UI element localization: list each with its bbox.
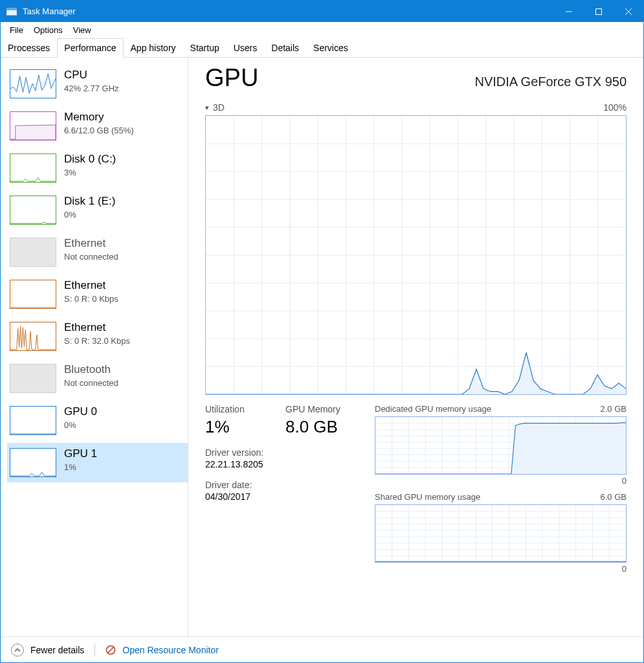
- driver-version-label: Driver version:: [205, 447, 270, 458]
- tab-bar: Processes Performance App history Startu…: [1, 38, 643, 58]
- sidebar-item-sub: 0%: [64, 210, 115, 219]
- sidebar-item-cpu[interactable]: CPU42% 2.77 GHz: [7, 64, 188, 104]
- sidebar-item-label: Memory: [64, 111, 134, 124]
- window-title: Task Manager: [23, 6, 554, 16]
- detail-panel: GPU NVIDIA GeForce GTX 950 ▾ 3D 100% Uti…: [188, 58, 643, 636]
- sidebar-item-sub: Not connected: [64, 378, 118, 388]
- app-icon: [6, 6, 17, 17]
- page-title: GPU: [205, 64, 258, 92]
- minimize-button[interactable]: [554, 1, 584, 22]
- svg-line-74: [107, 647, 114, 653]
- dedicated-max: 2.0 GB: [601, 404, 627, 414]
- tab-performance[interactable]: Performance: [57, 38, 123, 58]
- close-button[interactable]: [614, 1, 643, 22]
- driver-date-label: Driver date:: [205, 480, 270, 490]
- chevron-up-icon: [14, 647, 21, 653]
- gpumem-value: 8.0 GB: [285, 417, 357, 437]
- menu-bar: File Options View: [1, 22, 643, 38]
- tab-details[interactable]: Details: [264, 38, 306, 58]
- menu-view[interactable]: View: [68, 24, 96, 36]
- driver-date-value: 04/30/2017: [205, 491, 270, 502]
- sidebar-item-bluetooth[interactable]: BluetoothNot connected: [7, 359, 188, 398]
- sidebar-item-label: GPU 0: [64, 406, 97, 418]
- svg-rect-1: [6, 8, 17, 10]
- sidebar-item-gpu0[interactable]: GPU 00%: [7, 401, 188, 440]
- sidebar-item-label: GPU 1: [64, 448, 97, 460]
- chevron-down-icon: ▾: [205, 104, 209, 112]
- shared-zero: 0: [375, 564, 627, 574]
- dedicated-chart[interactable]: [375, 416, 627, 475]
- sidebar-item-label: Bluetooth: [64, 364, 118, 376]
- driver-version-value: 22.21.13.8205: [205, 459, 270, 469]
- sidebar-item-label: Disk 1 (E:): [64, 196, 115, 208]
- menu-file[interactable]: File: [5, 24, 28, 36]
- sidebar-item-sub: 6.6/12.0 GB (55%): [64, 126, 134, 135]
- title-bar: Task Manager: [1, 1, 643, 22]
- sidebar-item-disk1[interactable]: Disk 1 (E:)0%: [7, 190, 188, 230]
- footer-bar: Fewer details Open Resource Monitor: [1, 636, 643, 662]
- utilization-label: Utilization: [205, 404, 270, 414]
- sidebar-item-sub: 3%: [64, 168, 116, 177]
- chart-label: 3D: [213, 102, 225, 113]
- tab-users[interactable]: Users: [227, 38, 265, 58]
- shared-label: Shared GPU memory usage: [375, 492, 480, 502]
- tab-processes[interactable]: Processes: [1, 38, 57, 58]
- sidebar-item-label: CPU: [64, 69, 119, 82]
- sidebar-item-label: Ethernet: [64, 280, 118, 292]
- fewer-details-label[interactable]: Fewer details: [30, 645, 84, 655]
- utilization-value: 1%: [205, 417, 270, 437]
- sidebar-item-memory[interactable]: Memory6.6/12.0 GB (55%): [7, 106, 188, 146]
- sidebar-item-gpu1[interactable]: GPU 11%: [7, 443, 188, 482]
- resource-monitor-icon: [105, 645, 116, 655]
- svg-rect-3: [596, 8, 602, 14]
- sidebar-item-label: Ethernet: [64, 322, 130, 334]
- shared-max: 6.0 GB: [601, 492, 627, 502]
- fewer-details-toggle[interactable]: [11, 644, 24, 657]
- tab-startup[interactable]: Startup: [183, 38, 227, 58]
- sidebar-item-label: Disk 0 (C:): [64, 153, 116, 166]
- sidebar-item-ethernet-0[interactable]: EthernetS: 0 R: 0 Kbps: [7, 275, 188, 314]
- sidebar-item-ethernet-32[interactable]: EthernetS: 0 R: 32.0 Kbps: [7, 317, 188, 356]
- sidebar-item-sub: 42% 2.77 GHz: [64, 84, 119, 93]
- tab-app-history[interactable]: App history: [124, 38, 183, 58]
- sidebar-item-label: Ethernet: [64, 238, 118, 250]
- gpu-model: NVIDIA GeForce GTX 950: [474, 74, 627, 89]
- gpumem-label: GPU Memory: [285, 404, 357, 414]
- sidebar-item-sub: 0%: [64, 420, 97, 430]
- dedicated-zero: 0: [375, 476, 627, 486]
- sidebar-item-sub: 1%: [64, 462, 97, 472]
- menu-options[interactable]: Options: [28, 24, 68, 36]
- chart-selector[interactable]: ▾ 3D: [205, 102, 225, 113]
- dedicated-label: Dedicated GPU memory usage: [375, 404, 491, 414]
- maximize-button[interactable]: [584, 1, 614, 22]
- chart-y-max: 100%: [603, 102, 627, 113]
- performance-sidebar: CPU42% 2.77 GHz Memory6.6/12.0 GB (55%) …: [1, 58, 188, 636]
- sidebar-item-sub: Not connected: [64, 252, 118, 262]
- sidebar-item-sub: S: 0 R: 0 Kbps: [64, 294, 118, 304]
- open-resource-monitor-link[interactable]: Open Resource Monitor: [122, 645, 219, 655]
- sidebar-item-ethernet-nc[interactable]: EthernetNot connected: [7, 232, 188, 272]
- separator: [94, 644, 95, 657]
- tab-services[interactable]: Services: [306, 38, 355, 58]
- sidebar-item-sub: S: 0 R: 32.0 Kbps: [64, 336, 130, 346]
- sidebar-item-disk0[interactable]: Disk 0 (C:)3%: [7, 148, 188, 188]
- main-chart[interactable]: [205, 115, 627, 395]
- shared-chart[interactable]: [375, 504, 627, 563]
